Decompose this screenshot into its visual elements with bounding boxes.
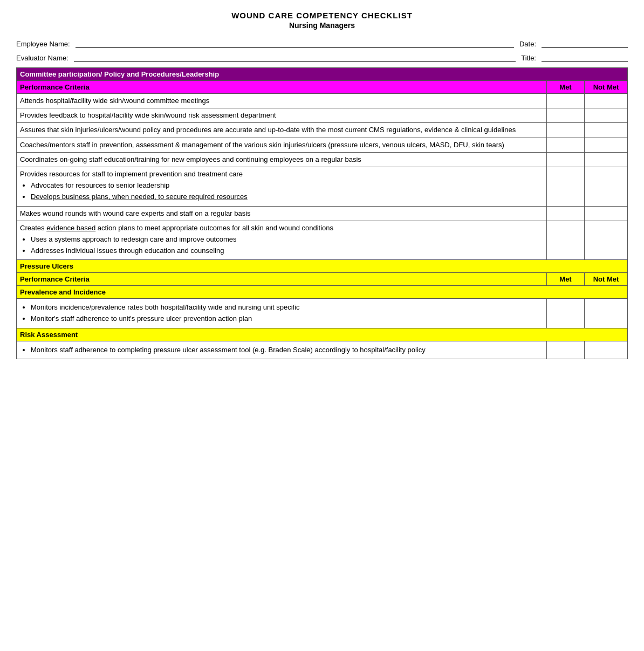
table-row: Makes wound rounds with wound care exper… <box>17 206 628 221</box>
table-row: Monitors staff adherence to completing p… <box>17 341 628 359</box>
row3-notmet[interactable] <box>585 138 628 152</box>
row1-met[interactable] <box>547 108 585 123</box>
row4-notmet[interactable] <box>585 152 628 167</box>
row0-notmet[interactable] <box>585 94 628 108</box>
col-notmet-s1: Not Met <box>585 81 628 94</box>
employee-name-row: Employee Name: Date: <box>16 39 628 48</box>
page-subtitle: Nursing Managers <box>16 21 628 30</box>
section1-header: Committee participation/ Policy and Proc… <box>17 68 628 81</box>
risk-met[interactable] <box>547 341 585 359</box>
row7-cell: Creates evidence based action plans to m… <box>17 221 547 260</box>
row2-met[interactable] <box>547 123 585 138</box>
table-row: Creates evidence based action plans to m… <box>17 221 628 260</box>
row7-underline: evidence based <box>46 224 95 232</box>
prevalence-notmet[interactable] <box>585 299 628 328</box>
row3-met[interactable] <box>547 138 585 152</box>
list-item: Advocates for resources to senior leader… <box>31 181 543 190</box>
risk-notmet[interactable] <box>585 341 628 359</box>
col-criteria-s2: Performance Criteria <box>17 273 547 286</box>
date-label: Date: <box>519 40 536 48</box>
list-item: Monitor's staff adherence to unit's pres… <box>31 314 543 324</box>
row7-notmet[interactable] <box>585 221 628 260</box>
section2-header-row: Pressure Ulcers <box>17 260 628 273</box>
table-row: Provides feedback to hospital/facility w… <box>17 108 628 123</box>
table-row: Coordinates on-going staff education/tra… <box>17 152 628 167</box>
row5-cell: Provides resources for staff to implemen… <box>17 167 547 206</box>
row0-text: Attends hospital/facility wide skin/woun… <box>17 94 547 108</box>
col-met-s1: Met <box>547 81 585 94</box>
risk-bullets: Monitors staff adherence to completing p… <box>31 345 543 355</box>
prevalence-header: Prevalence and Incidence <box>17 286 628 299</box>
page-title: WOUND CARE COMPETENCY CHECKLIST <box>16 11 628 20</box>
evaluator-name-line <box>74 53 516 62</box>
list-item: Monitors staff adherence to completing p… <box>31 345 543 355</box>
row1-notmet[interactable] <box>585 108 628 123</box>
row2-text: Assures that skin injuries/ulcers/wound … <box>17 123 547 138</box>
list-item: Addresses individual issues through educ… <box>31 246 543 256</box>
employee-name-line <box>76 39 514 48</box>
section1-col-header-row: Performance Criteria Met Not Met <box>17 81 628 94</box>
title-label: Title: <box>521 54 536 62</box>
row7-bullets: Uses a systems approach to redesign care… <box>31 235 543 256</box>
col-met-s2: Met <box>547 273 585 286</box>
row6-notmet[interactable] <box>585 206 628 221</box>
employee-label: Employee Name: <box>16 40 70 48</box>
checklist-table: Committee participation/ Policy and Proc… <box>16 67 628 359</box>
prevalence-bullets: Monitors incidence/prevalence rates both… <box>31 303 543 324</box>
row5-bullets: Advocates for resources to senior leader… <box>31 181 543 202</box>
date-line <box>542 39 628 48</box>
row4-text: Coordinates on-going staff education/tra… <box>17 152 547 167</box>
row5-text: Provides resources for staff to implemen… <box>20 170 243 178</box>
table-row: Monitors incidence/prevalence rates both… <box>17 299 628 328</box>
row4-met[interactable] <box>547 152 585 167</box>
row0-met[interactable] <box>547 94 585 108</box>
list-item: Uses a systems approach to redesign care… <box>31 235 543 244</box>
table-row: Provides resources for staff to implemen… <box>17 167 628 206</box>
row5-notmet[interactable] <box>585 167 628 206</box>
risk-bullets-cell: Monitors staff adherence to completing p… <box>17 341 547 359</box>
table-row: Attends hospital/facility wide skin/woun… <box>17 94 628 108</box>
evaluator-name-row: Evaluator Name: Title: <box>16 53 628 62</box>
row2-notmet[interactable] <box>585 123 628 138</box>
row6-met[interactable] <box>547 206 585 221</box>
row1-text: Provides feedback to hospital/facility w… <box>17 108 547 123</box>
prevalence-header-row: Prevalence and Incidence <box>17 286 628 299</box>
row5-met[interactable] <box>547 167 585 206</box>
prevalence-bullets-cell: Monitors incidence/prevalence rates both… <box>17 299 547 328</box>
title-line <box>542 53 628 62</box>
section2-header: Pressure Ulcers <box>17 260 628 273</box>
table-row: Assures that skin injuries/ulcers/wound … <box>17 123 628 138</box>
evaluator-label: Evaluator Name: <box>16 54 68 62</box>
section2-col-header-row: Performance Criteria Met Not Met <box>17 273 628 286</box>
risk-header-row: Risk Assessment <box>17 328 628 341</box>
list-item: Monitors incidence/prevalence rates both… <box>31 303 543 312</box>
row7-met[interactable] <box>547 221 585 260</box>
risk-header: Risk Assessment <box>17 328 628 341</box>
list-item: Develops business plans, when needed, to… <box>31 192 543 202</box>
row6-text: Makes wound rounds with wound care exper… <box>17 206 547 221</box>
col-criteria-s1: Performance Criteria <box>17 81 547 94</box>
table-row: Coaches/mentors staff in prevention, ass… <box>17 138 628 152</box>
row3-text: Coaches/mentors staff in prevention, ass… <box>17 138 547 152</box>
prevalence-met[interactable] <box>547 299 585 328</box>
section1-header-row: Committee participation/ Policy and Proc… <box>17 68 628 81</box>
col-notmet-s2: Not Met <box>585 273 628 286</box>
